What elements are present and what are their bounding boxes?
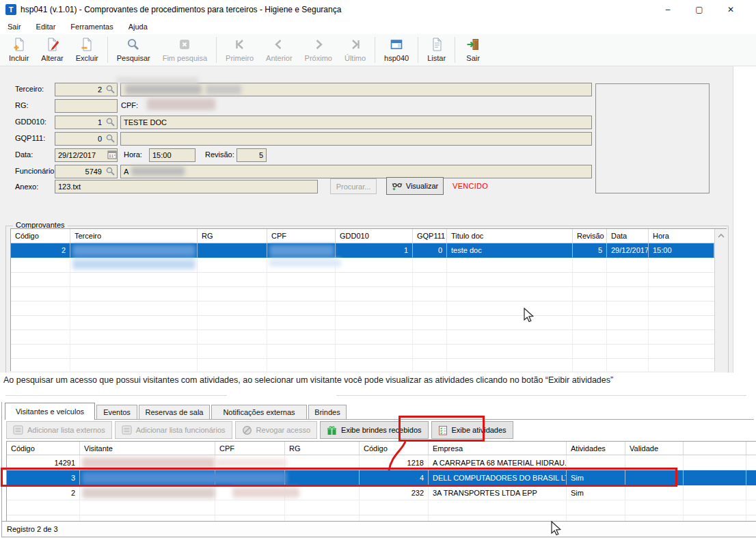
menu-editar[interactable]: Editar bbox=[29, 19, 64, 34]
action-label: Adicionar lista funcionários bbox=[136, 426, 226, 434]
column-header[interactable]: Código bbox=[7, 442, 80, 455]
funcionario-name-field[interactable]: A bbox=[120, 165, 592, 178]
column-header[interactable]: GDD010 bbox=[336, 229, 413, 243]
column-header[interactable]: GQP111 bbox=[413, 229, 447, 243]
cell-empresa: 3A TRANSPORTES LTDA EPP bbox=[429, 485, 567, 500]
toolbar-sair-button[interactable]: Sair bbox=[458, 36, 488, 64]
cell-codigo2: 4 bbox=[360, 470, 429, 485]
documentation-section: Ao pesquisar um acesso que possui visita… bbox=[0, 373, 756, 538]
column-header[interactable]: Validade bbox=[625, 442, 684, 455]
tab-notificacoes-externas[interactable]: Notificações externas bbox=[211, 405, 307, 419]
adicionar-lista-externos-button[interactable]: Adicionar lista externos bbox=[6, 421, 112, 439]
column-header[interactable]: Data bbox=[607, 229, 649, 243]
exibe-atividades-button[interactable]: Exibe atividades bbox=[431, 421, 513, 439]
menu-ajuda[interactable]: Ajuda bbox=[121, 19, 155, 34]
toolbar-excluir-button[interactable]: Excluir bbox=[70, 36, 105, 64]
toolbar-hsp040-button[interactable]: hsp040 bbox=[378, 36, 415, 64]
column-header[interactable] bbox=[746, 442, 756, 455]
redaction-blur bbox=[232, 487, 299, 498]
column-header[interactable] bbox=[684, 442, 746, 455]
column-header[interactable]: RG bbox=[285, 442, 360, 455]
anexo-field[interactable]: 123.txt bbox=[55, 180, 318, 193]
toolbar-separator bbox=[216, 37, 217, 63]
toolbar-fim-pesquisa-button[interactable]: Fim pesquisa bbox=[157, 36, 213, 64]
cell-revisao: 5 bbox=[573, 243, 607, 258]
toolbar-label: Fim pesquisa bbox=[163, 54, 207, 62]
minimize-button[interactable]: – bbox=[652, 0, 684, 19]
tab-brindes[interactable]: Brindes bbox=[308, 405, 347, 419]
procurar-button[interactable]: Procurar... bbox=[330, 178, 377, 194]
visualizar-button[interactable]: Visualizar bbox=[386, 177, 444, 195]
toolbar-primeiro-button[interactable]: Primeiro bbox=[219, 36, 260, 64]
status-bar: Registro 2 de 3 bbox=[2, 521, 756, 537]
lookup-magnifier-icon[interactable] bbox=[105, 117, 116, 129]
lookup-magnifier-icon[interactable] bbox=[105, 133, 116, 145]
column-header[interactable]: CPF bbox=[267, 229, 336, 243]
vertical-scrollbar[interactable] bbox=[714, 229, 727, 371]
maximize-button[interactable]: ▢ bbox=[684, 0, 715, 19]
column-header[interactable]: CPF bbox=[215, 442, 285, 455]
revisao-field[interactable]: 5 bbox=[237, 148, 267, 162]
form-panel: Terceiro: 2 RG: CPF: GDD010: 1 TESTE DOC… bbox=[0, 66, 733, 373]
toolbar-label: Sair bbox=[466, 54, 480, 62]
gqp111-desc-field[interactable] bbox=[120, 132, 592, 146]
column-header[interactable]: Visitante bbox=[80, 442, 215, 455]
visitor-row-selected[interactable]: 3 4 DELL COMPUTADORES DO BRASIL LT... Si… bbox=[7, 470, 756, 485]
cell-rg bbox=[285, 455, 360, 470]
exibe-brindes-recebidos-button[interactable]: Exibe brindes recebidos bbox=[320, 421, 428, 439]
rg-field[interactable] bbox=[55, 99, 118, 113]
menu-sair[interactable]: Sair bbox=[0, 19, 29, 34]
toolbar-listar-button[interactable]: Listar bbox=[421, 36, 452, 64]
nav-next-icon bbox=[312, 38, 325, 53]
tab-visitantes-e-veiculos[interactable]: Visitantes e veículos bbox=[5, 403, 95, 420]
toolbar-alterar-button[interactable]: Alterar bbox=[35, 36, 69, 64]
toolbar-ultimo-button[interactable]: Último bbox=[338, 36, 372, 64]
toolbar-anterior-button[interactable]: Anterior bbox=[260, 36, 299, 64]
hora-field[interactable]: 15:00 bbox=[149, 148, 195, 162]
redaction-blur bbox=[82, 487, 215, 498]
comprovantes-selected-row[interactable]: 2 1 0 teste doc 5 29/12/2017 15:00 bbox=[11, 243, 726, 258]
column-header[interactable]: Titulo doc bbox=[447, 229, 573, 243]
column-header[interactable]: Revisão bbox=[573, 229, 607, 243]
tab-eventos[interactable]: Eventos bbox=[96, 405, 137, 419]
comprovantes-table: Código Terceiro RG CPF GDD010 GQP111 Tit… bbox=[10, 228, 727, 371]
toolbar-separator bbox=[455, 37, 455, 63]
column-header[interactable]: Código bbox=[11, 229, 70, 243]
scroll-up-icon[interactable] bbox=[717, 232, 725, 240]
lookup-magnifier-icon[interactable] bbox=[105, 166, 116, 178]
cell-rg bbox=[198, 243, 267, 258]
visitor-row[interactable]: 14291 1218 A CARRAPETA 68 MATERIAL HIDRA… bbox=[7, 455, 756, 470]
close-button[interactable]: ✕ bbox=[715, 0, 746, 19]
rg-label: RG: bbox=[15, 101, 29, 109]
toolbar-separator bbox=[107, 37, 108, 63]
column-header[interactable]: Hora bbox=[649, 229, 714, 243]
lookup-magnifier-icon[interactable] bbox=[105, 84, 116, 96]
tab-reservas-de-sala[interactable]: Reservas de sala bbox=[139, 405, 210, 419]
toolbar-proximo-button[interactable]: Próximo bbox=[299, 36, 338, 64]
tab-strip: Visitantes e veículos Eventos Reservas d… bbox=[5, 403, 754, 420]
column-header[interactable]: RG bbox=[198, 229, 267, 243]
revogar-acesso-button[interactable]: Revogar acesso bbox=[235, 421, 318, 439]
redaction-blur bbox=[82, 472, 287, 484]
caption-text: Ao pesquisar um acesso que possui visita… bbox=[3, 375, 613, 385]
cell-data: 29/12/2017 bbox=[607, 243, 649, 258]
column-header[interactable]: Terceiro bbox=[70, 229, 198, 243]
adicionar-lista-funcionarios-button[interactable]: Adicionar lista funcionários bbox=[115, 421, 232, 439]
cell-titulo: teste doc bbox=[447, 243, 573, 258]
toolbar-pesquisar-button[interactable]: Pesquisar bbox=[111, 36, 157, 64]
toolbar-incluir-button[interactable]: Incluir bbox=[3, 36, 35, 64]
visitor-row[interactable]: 2 232 3A TRANSPORTES LTDA EPP Sim bbox=[7, 485, 756, 500]
list-icon bbox=[13, 425, 23, 435]
action-label: Exibe brindes recebidos bbox=[341, 426, 421, 434]
column-header[interactable]: Código bbox=[360, 442, 429, 455]
toolbar-label: hsp040 bbox=[384, 54, 409, 62]
redaction-blur bbox=[131, 167, 185, 176]
menu-ferramentas[interactable]: Ferramentas bbox=[63, 19, 120, 34]
column-header[interactable]: Atividades bbox=[567, 442, 625, 455]
calendar-icon[interactable] bbox=[107, 150, 117, 161]
toolbar: Incluir Alterar Excluir Pesquisar Fim pe… bbox=[0, 34, 756, 66]
column-header[interactable]: Empresa bbox=[429, 442, 567, 455]
cell-codigo: 2 bbox=[7, 485, 80, 500]
toolbar-separator bbox=[418, 37, 418, 63]
gdd010-desc-field[interactable]: TESTE DOC bbox=[120, 116, 592, 129]
